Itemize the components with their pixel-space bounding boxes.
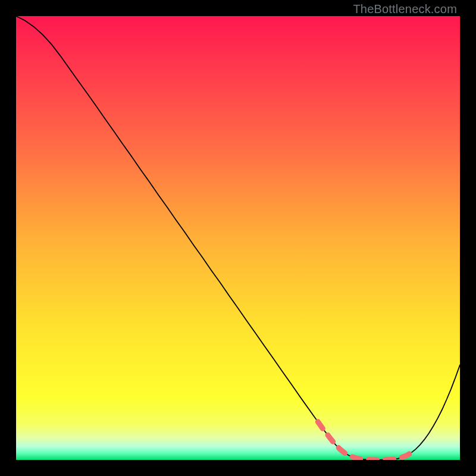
attribution-text: TheBottleneck.com — [353, 2, 457, 16]
plot-area — [16, 16, 460, 460]
bottleneck-curve — [16, 16, 460, 460]
chart-frame: TheBottleneck.com — [0, 0, 476, 476]
